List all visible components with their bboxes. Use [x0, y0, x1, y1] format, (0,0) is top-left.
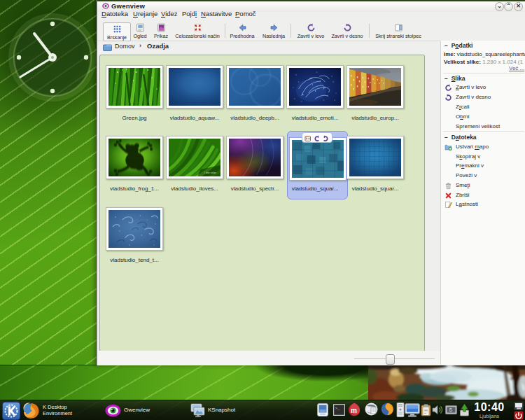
svg-text:S: S — [449, 407, 453, 412]
svg-text:>_: >_ — [335, 406, 341, 411]
svg-text:m: m — [351, 407, 357, 414]
svg-text:I love colors: I love colors — [204, 172, 216, 174]
